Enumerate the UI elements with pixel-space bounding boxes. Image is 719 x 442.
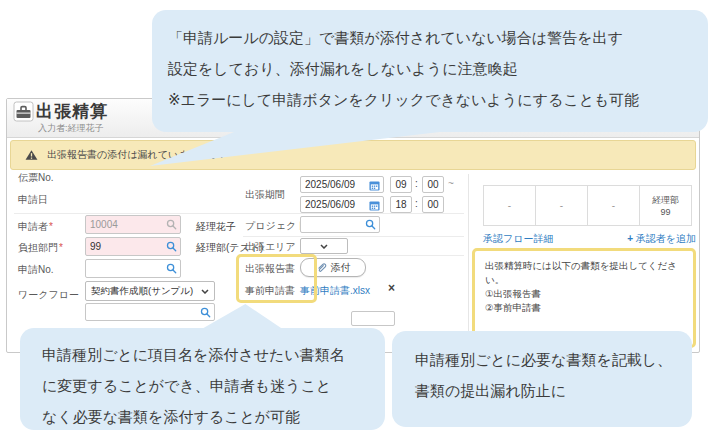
trip-area-label: 出張エリア [245, 240, 296, 254]
search-icon[interactable] [166, 263, 177, 274]
workflow-search-input[interactable] [85, 303, 215, 321]
chevron-down-icon [320, 244, 328, 249]
note-line: ①出張報告書 [485, 287, 683, 301]
time-colon: : [415, 198, 418, 209]
calendar-icon[interactable] [369, 200, 380, 211]
entry-person: 入力者:経理花子 [38, 122, 104, 135]
tilde: ~ [448, 178, 454, 189]
request-date-label: 申請日 [18, 193, 48, 207]
approver-slot-department: 経理部 99 [639, 185, 692, 226]
required-mark: * [59, 242, 63, 253]
department-label: 負担部門* [18, 241, 63, 255]
preapp-label: 事前申請書 [245, 284, 295, 298]
trip-period-label: 出張期間 [245, 188, 285, 202]
time-from-min-input[interactable] [422, 176, 444, 193]
approver-slot: - [483, 185, 536, 226]
trip-report-label: 出張報告書 [245, 262, 295, 276]
callout-top: 「申請ルールの設定」で書類が添付されていない場合は警告を出す 設定をしており、添… [152, 10, 708, 132]
attached-file-link[interactable]: 事前申請書.xlsx [300, 284, 370, 298]
applicant-label: 申請者* [18, 220, 53, 234]
row-separator [243, 236, 464, 237]
approver-slot: - [535, 185, 588, 226]
approver-dept-code: 99 [660, 206, 670, 218]
attach-button-label: 添付 [331, 261, 351, 275]
briefcase-icon [13, 101, 34, 122]
trip-area-select[interactable] [300, 238, 348, 254]
approver-slot: - [587, 185, 640, 226]
search-icon[interactable] [166, 241, 177, 252]
paperclip-icon [316, 262, 327, 273]
search-icon[interactable] [200, 307, 211, 318]
callout-bottom-left: 申請種別ごとに項目名を添付させたい書類名 に変更することができ、申請者も迷うこと… [20, 328, 385, 430]
panel-divider [468, 174, 469, 348]
search-icon[interactable] [166, 219, 177, 230]
time-from-hour-input[interactable] [390, 176, 412, 193]
page: 出張精算 入力者:経理花子 出張報告書の添付は漏れていませんか? 伝票No. 申… [0, 0, 719, 442]
required-mark: * [49, 221, 53, 232]
hidden-field-input[interactable] [351, 311, 395, 326]
remove-file-icon[interactable]: × [388, 281, 395, 295]
slip-no-label: 伝票No. [18, 171, 54, 185]
approval-flow-strip: - - - 経理部 99 [483, 185, 692, 226]
note-line: 出張精算時には以下の書類を提出してください。 [485, 259, 683, 287]
row-separator [14, 213, 464, 214]
project-label: プロジェクト [245, 219, 306, 233]
chevron-down-icon [201, 289, 209, 294]
note-line: ②事前申請書 [485, 301, 683, 315]
search-icon[interactable] [365, 219, 376, 230]
flow-detail-link[interactable]: 承認フロー詳細 [483, 232, 553, 246]
callout-bottom-right: 申請種別ごとに必要な書類を記載し、 書類の提出漏れ防止に [392, 331, 692, 427]
time-to-hour-input[interactable] [390, 196, 412, 213]
calendar-icon[interactable] [369, 180, 380, 191]
time-to-min-input[interactable] [422, 196, 444, 213]
time-colon: : [415, 178, 418, 189]
add-approver-link[interactable]: + 承認者を追加 [627, 232, 696, 246]
workflow-selected-value: 契約書作成順(サンプル) [91, 285, 193, 298]
warning-banner: 出張報告書の添付は漏れていませんか? [10, 140, 696, 170]
warning-icon [25, 149, 38, 161]
approver-dept-name: 経理部 [652, 194, 679, 206]
attach-button[interactable]: 添付 [300, 258, 366, 277]
page-title: 出張精算 [36, 100, 108, 123]
row-separator [243, 255, 464, 256]
applicant-name: 経理花子 [196, 220, 236, 234]
workflow-select[interactable]: 契約書作成順(サンプル) [85, 281, 215, 301]
plus-icon: + [627, 233, 633, 244]
workflow-label: ワークフロー [18, 288, 79, 302]
application-no-label: 申請No. [18, 263, 54, 277]
